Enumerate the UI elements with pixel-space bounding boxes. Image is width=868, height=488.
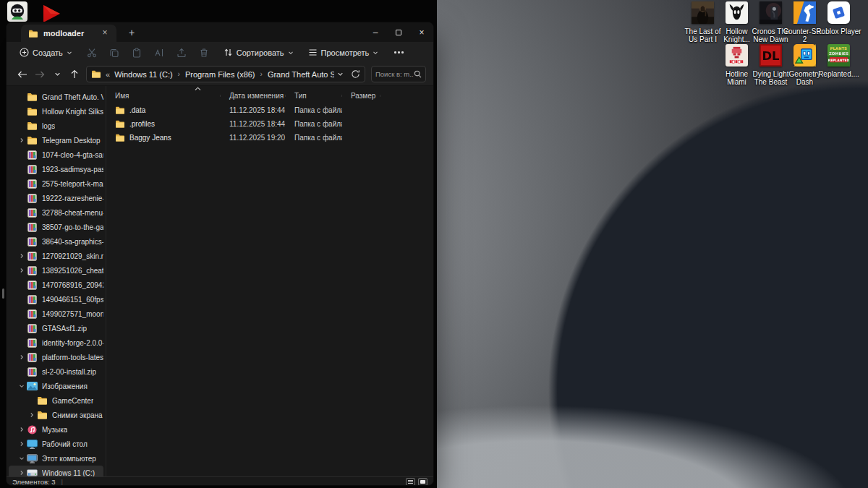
sidebar-item-label: sl-2-00-install.zip (42, 368, 96, 376)
sidebar-item[interactable]: identity-forge-2.0.0-1.1 (9, 335, 103, 350)
rar-icon (26, 338, 38, 348)
breadcrumb-overflow-icon[interactable]: « (106, 70, 110, 79)
tab-modloader[interactable]: modloader × (21, 25, 116, 42)
sidebar-item[interactable]: Изображения (9, 379, 103, 393)
chevron-right-icon[interactable] (17, 137, 26, 143)
maximize-icon (396, 30, 401, 35)
view-button[interactable]: Просмотреть (304, 45, 383, 60)
column-header-name[interactable]: Имя (106, 92, 221, 100)
sidebar-item[interactable]: Windows 11 (C:) (9, 466, 103, 476)
forward-button[interactable] (31, 66, 48, 83)
breadcrumb: Windows 11 (C:)›Program Files (x86)›Gran… (113, 69, 334, 80)
file-explorer-window: modloader × + – × Создать Сортировать (6, 22, 434, 486)
sidebar-item-label: 1389251026_cheat-men (42, 267, 103, 275)
back-button[interactable] (14, 66, 31, 83)
rename-icon[interactable] (154, 48, 164, 58)
file-name-cell[interactable]: .profiles (106, 120, 221, 128)
sort-button[interactable]: Сортировать (219, 45, 298, 60)
chevron-right-icon[interactable] (17, 470, 26, 476)
chevron-right-icon[interactable] (27, 412, 36, 418)
tab-close-icon[interactable]: × (99, 27, 111, 39)
sidebar-item[interactable]: Hollow Knight Silksong (9, 104, 103, 119)
search-box[interactable] (371, 66, 426, 82)
sidebar-item[interactable]: Telegram Desktop (9, 133, 103, 147)
sidebar-item[interactable]: 1389251026_cheat-men (9, 263, 103, 278)
close-button[interactable]: × (410, 22, 433, 42)
edge-scrollbar-thumb[interactable] (2, 288, 4, 299)
sidebar-item-label: Hollow Knight Silksong (42, 108, 103, 116)
sidebar-item[interactable]: 1470768916_20942.rar (9, 278, 103, 292)
share-icon[interactable] (176, 48, 187, 58)
file-name-cell[interactable]: .data (106, 106, 221, 114)
chevron-right-icon[interactable] (17, 253, 26, 259)
large-icons-view-button[interactable] (418, 478, 427, 486)
delete-icon[interactable] (199, 48, 209, 58)
sidebar-item[interactable]: 2575-teleport-k-marker (9, 176, 103, 191)
desktop-icon-cs2[interactable]: Counter-Str...2 (788, 1, 822, 44)
sidebar-item[interactable]: GTASAsf1.zip (9, 321, 103, 335)
breadcrumb-separator-icon[interactable]: › (260, 70, 263, 78)
address-field[interactable]: « Windows 11 (C:)›Program Files (x86)›Gr… (86, 66, 365, 82)
file-row[interactable]: Baggy Jeans11.12.2025 19:20Папка с файла… (106, 131, 433, 145)
details-view-button[interactable] (406, 478, 415, 486)
sidebar-item[interactable]: Grand Theft Auto. Vice C (9, 90, 103, 104)
more-options-button[interactable] (390, 47, 408, 58)
sidebar-item[interactable]: Рабочий стол (9, 437, 103, 451)
breadcrumb-segment[interactable]: Program Files (x86) (184, 69, 257, 80)
up-button[interactable] (66, 66, 83, 83)
breadcrumb-segment[interactable]: Grand Theft Auto San Andreas (266, 69, 334, 80)
breadcrumb-segment[interactable]: Windows 11 (C:) (113, 69, 174, 80)
file-rows: .data11.12.2025 18:44Папка с файлами.pro… (106, 103, 433, 145)
desktop-icon-dyinglight[interactable]: DLDying LightThe Beast (754, 44, 788, 87)
sidebar-item[interactable]: logs (9, 119, 103, 133)
desktop-icon-replanted[interactable]: PLANTSZOMBIESREPLANTEDReplanted.... (822, 44, 856, 87)
desktop-icon-geometrydash[interactable]: GeometryDash (788, 44, 822, 87)
sidebar-item[interactable]: 1499027571_moonloade (9, 307, 103, 321)
chevron-down-icon[interactable] (17, 383, 26, 389)
chevron-down-icon[interactable] (17, 455, 26, 461)
maximize-button[interactable] (387, 22, 410, 42)
sidebar-item[interactable]: Музыка (9, 422, 103, 437)
sidebar-item[interactable]: 38507-go-to-the-gang- (9, 220, 103, 234)
sidebar-item[interactable]: GameCenter (9, 393, 103, 408)
sidebar-item[interactable]: 1270921029_skin.rar (9, 249, 103, 263)
sidebar-item[interactable]: Снимки экрана (9, 408, 103, 422)
column-header-date[interactable]: Дата изменения (221, 92, 286, 100)
new-tab-button[interactable]: + (124, 25, 140, 41)
sidebar-item[interactable]: 1923-sadimsya-passazh (9, 162, 103, 176)
desktop-icon-hollowknight[interactable]: HollowKnight... (720, 1, 754, 44)
sidebar-item[interactable]: 19222-razreshenie-1920 (9, 191, 103, 205)
desktop-icon-roblox[interactable]: Roblox Player (822, 1, 856, 44)
sidebar-item[interactable]: 32788-cheat-menu-eng (9, 205, 103, 220)
column-header-size[interactable]: Размер (342, 92, 380, 100)
sidebar-item[interactable]: 1074-cleo-4-gta-san-an (9, 147, 103, 162)
address-dropdown-icon[interactable] (337, 71, 344, 77)
paste-icon[interactable] (132, 48, 142, 58)
chevron-right-icon[interactable] (17, 441, 26, 447)
cut-icon[interactable] (87, 48, 97, 58)
copy-icon[interactable] (109, 48, 119, 58)
column-header-type[interactable]: Тип (286, 92, 342, 100)
desktop-icon-lastofus[interactable]: The Last ofUs Part I (686, 1, 720, 44)
sidebar-item[interactable]: sl-2-00-install.zip (9, 364, 103, 379)
sidebar-item[interactable]: 1490466151_60fps.zip (9, 292, 103, 307)
chevron-right-icon[interactable] (17, 427, 26, 432)
create-button[interactable]: Создать (15, 45, 77, 60)
file-list-pane: Имя Дата изменения Тип Размер .data11.12… (106, 86, 433, 476)
desktop-icon-hotline[interactable]: HotlineMiami (720, 44, 754, 87)
search-input[interactable] (375, 70, 414, 78)
chevron-right-icon[interactable] (17, 267, 26, 273)
file-row[interactable]: .profiles11.12.2025 18:44Папка с файлами (106, 117, 433, 131)
file-name-cell[interactable]: Baggy Jeans (106, 134, 221, 142)
sidebar-item[interactable]: platform-tools-latest-w (9, 350, 103, 364)
refresh-icon[interactable] (351, 69, 360, 79)
sort-ascending-icon (195, 87, 201, 91)
breadcrumb-separator-icon[interactable]: › (178, 70, 180, 78)
file-type: Папка с файлами (286, 134, 342, 142)
file-row[interactable]: .data11.12.2025 18:44Папка с файлами (106, 103, 433, 117)
minimize-button[interactable]: – (364, 22, 387, 42)
sidebar-item[interactable]: 38640-sa-graphics-hd-v (9, 234, 103, 249)
chevron-right-icon[interactable] (17, 354, 26, 360)
recent-locations-button[interactable] (48, 66, 66, 83)
sidebar-item[interactable]: Этот компьютер (9, 451, 103, 466)
